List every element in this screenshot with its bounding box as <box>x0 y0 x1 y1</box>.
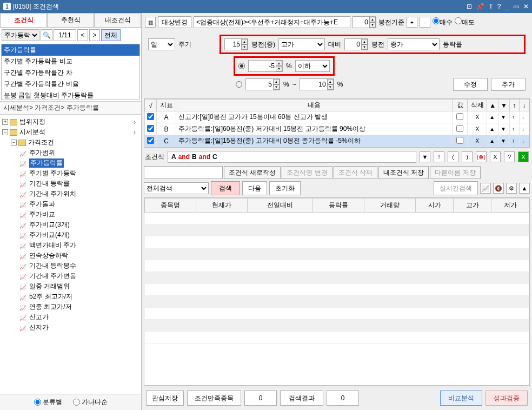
tab-formula[interactable]: 조건식 <box>0 13 47 27</box>
save-my-formula-btn[interactable]: 내조건식 저장 <box>378 166 429 179</box>
search-icon[interactable]: 🔍 <box>41 29 52 41</box>
tree-leaf[interactable]: 주가범위 <box>2 148 139 158</box>
col-indicator[interactable]: 지표 <box>157 100 176 111</box>
result-row[interactable] <box>145 332 529 343</box>
formula-display[interactable]: A and B and C <box>168 151 416 163</box>
col-value[interactable]: 값 <box>453 100 468 111</box>
close-icon[interactable]: ✕ <box>523 3 529 10</box>
tree-leaf[interactable]: 일중 거래범위 <box>2 281 139 292</box>
move-bottom-btn[interactable]: ↓ <box>520 111 529 123</box>
page-input[interactable] <box>54 29 76 41</box>
help-formula-btn[interactable]: ? <box>504 151 515 162</box>
move-up-btn[interactable]: ▲ <box>487 135 498 147</box>
spin-down-icon[interactable]: ▼ <box>369 22 376 28</box>
value-check[interactable] <box>456 137 463 144</box>
collapse-up-icon[interactable]: ▲ <box>519 183 530 194</box>
move-up-btn[interactable]: ▲ <box>487 111 498 123</box>
move-top-btn[interactable]: ↑ <box>510 123 520 135</box>
next-result-btn[interactable]: 다음 <box>242 181 267 195</box>
move-bottom-btn[interactable]: ↓ <box>520 123 529 135</box>
col-open[interactable]: 시가 <box>416 199 454 213</box>
quick-list-item[interactable]: 구간별 주가등락률간 비율 <box>2 78 139 90</box>
sort-by-category[interactable]: 분류별 <box>34 398 62 407</box>
pin-icon[interactable]: 📌 <box>476 3 484 10</box>
delete-row-btn[interactable]: X <box>468 135 487 147</box>
excel-export-icon[interactable]: X <box>518 151 529 162</box>
tab-mine[interactable]: 내조건식 <box>94 13 141 27</box>
tree-leaf[interactable]: 주가비교(4개) <box>2 230 139 240</box>
spin-down-icon[interactable]: ▼ <box>241 44 248 50</box>
tree-leaf[interactable]: 주기별 주가등락 <box>2 168 139 178</box>
result-row[interactable] <box>145 272 529 284</box>
tree-leaf[interactable]: 52주 최고가/저 <box>2 292 139 302</box>
result-row[interactable] <box>145 308 529 320</box>
result-row[interactable] <box>145 236 529 248</box>
collapse-icon[interactable]: − <box>11 140 17 146</box>
col-high[interactable]: 고가 <box>454 199 491 213</box>
spin-down-icon[interactable]: ▼ <box>273 84 280 90</box>
help-icon[interactable]: ? <box>497 3 501 10</box>
result-row[interactable] <box>145 260 529 272</box>
move-top-btn[interactable]: ↑ <box>510 135 520 147</box>
search-scope-select[interactable]: 전체검색 <box>144 182 209 194</box>
tree-leaf[interactable]: 기간내 등락률 <box>2 178 139 189</box>
row-check[interactable] <box>147 113 154 120</box>
move-up-btn[interactable]: ▲ <box>487 123 498 135</box>
save-as-btn[interactable]: 다른이름 저장 <box>430 166 480 179</box>
sort-by-name[interactable]: 가나다순 <box>73 398 108 407</box>
col-name[interactable]: 종목명 <box>145 199 196 213</box>
range-value-radio[interactable] <box>236 81 242 88</box>
tree-node-market[interactable]: − 시세분석 › <box>2 127 139 137</box>
modify-condition-btn[interactable]: 수정 <box>453 78 488 91</box>
condition-row-selected[interactable]: C 주가등락률:[일]15봉전(중) 고가대비 0봉전 종가등락률 -5%이하 … <box>145 135 529 147</box>
rename-formula-btn[interactable]: 조건식명 변경 <box>282 166 332 179</box>
result-row[interactable] <box>145 213 529 224</box>
tree-leaf[interactable]: 기간내 주가위치 <box>2 189 139 199</box>
tree-leaf[interactable]: 신고가 <box>2 312 139 322</box>
expand-icon[interactable]: + <box>2 119 8 125</box>
realtime-search-btn[interactable]: 실시간검색 <box>434 181 478 195</box>
not-btn[interactable]: ! <box>434 151 444 162</box>
value-check[interactable] <box>456 125 463 132</box>
spin-up-icon[interactable]: ▲ <box>241 39 248 44</box>
compare-analysis-btn[interactable]: 비교분석 <box>440 391 482 406</box>
add-condition-btn[interactable]: 추가 <box>491 78 526 91</box>
delete-row-btn[interactable]: X <box>468 111 487 123</box>
move-bottom-btn[interactable]: ↓ <box>520 135 529 147</box>
comparator-select[interactable]: 이하 <box>295 60 330 72</box>
performance-verify-btn[interactable]: 성과검증 <box>486 391 528 406</box>
tree-leaf[interactable]: 주가돌파 <box>2 199 139 209</box>
buy-radio[interactable]: 매수 <box>433 17 453 27</box>
filter-type-select[interactable]: 주가등락 <box>2 29 39 41</box>
quick-list-item[interactable]: 주가등락률 <box>2 44 139 56</box>
sell-radio[interactable]: 매도 <box>455 17 475 27</box>
single-value-radio[interactable] <box>238 63 245 69</box>
formula-name-input[interactable] <box>144 166 223 179</box>
text-icon[interactable]: T <box>489 3 493 10</box>
reset-btn[interactable]: 초기화 <box>269 181 301 195</box>
maximize-icon[interactable]: ▭ <box>513 3 519 10</box>
row-check[interactable] <box>147 125 154 132</box>
tree-leaf[interactable]: 기간내 등락봉수 <box>2 261 139 271</box>
period-unit-select[interactable]: 일 <box>148 38 175 50</box>
tree-leaf[interactable]: 연속상승하락 <box>2 250 139 261</box>
spin-up-icon[interactable]: ▲ <box>276 61 282 66</box>
paren-open-btn[interactable]: ( <box>448 151 458 162</box>
tree-leaf-selected[interactable]: 주가등락률 <box>2 158 139 168</box>
tool-icon[interactable]: ⊡ <box>467 3 472 10</box>
spin-up-icon[interactable]: ▲ <box>273 79 280 84</box>
next-page-btn[interactable]: > <box>89 29 100 41</box>
target-change-btn[interactable]: 대상변경 <box>158 16 191 28</box>
condition-row[interactable]: A 신고가:[일]0봉전 고가가 15봉이내 60봉 신고가 발생 X ▲ ▼ … <box>145 111 529 123</box>
tree-leaf[interactable]: 기간내 주가변동 <box>2 271 139 281</box>
quick-list-item[interactable]: 구간별 주가등락률간 차 <box>2 67 139 78</box>
spin-up-icon[interactable]: ▲ <box>361 39 368 44</box>
col-rate[interactable]: 등락률 <box>313 199 364 213</box>
tree-leaf[interactable]: 주가비교 <box>2 209 139 220</box>
all-btn[interactable]: 전체 <box>101 29 121 41</box>
move-down-btn[interactable]: ▼ <box>498 135 510 147</box>
formula-dropdown-icon[interactable]: ▼ <box>420 151 430 162</box>
tree-leaf[interactable]: 연중 최고가/저 <box>2 302 139 312</box>
result-row[interactable] <box>145 284 529 296</box>
paren-close-btn[interactable]: ) <box>462 151 473 162</box>
